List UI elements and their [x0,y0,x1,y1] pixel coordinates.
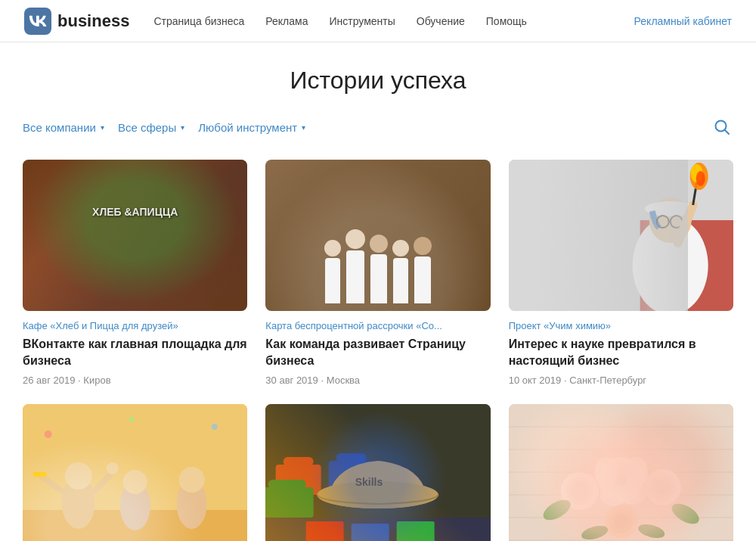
svg-point-30 [177,479,207,529]
body-5 [414,257,431,303]
filter-companies[interactable]: Все компании ▾ [23,117,118,138]
figure-4 [392,240,409,303]
svg-point-57 [614,473,627,487]
body-1 [325,258,340,303]
svg-point-9 [656,216,668,228]
card-3[interactable]: Проект «Учим химию» Интерес к науке прев… [509,160,733,386]
nav-item-page[interactable]: Страница бизнеса [153,15,244,27]
svg-point-56 [609,468,632,491]
figure-1 [324,240,341,303]
svg-rect-38 [265,487,314,518]
filters-bar: Все компании ▾ Все сферы ▾ Любой инструм… [23,116,733,138]
svg-point-71 [540,496,574,524]
page-title: Истории успеха [23,67,733,95]
svg-point-55 [604,463,637,496]
svg-rect-35 [284,457,314,466]
logo-area[interactable]: business [24,8,129,35]
figure-5 [414,237,432,303]
flowers-illustration [509,404,733,541]
filter-spheres-label: Все сферы [118,121,176,134]
card-4-image [23,404,247,541]
filter-spheres[interactable]: Все сферы ▾ [118,117,198,138]
svg-rect-32 [33,472,47,477]
card-1-tag: Кафе «Хлеб и Пицца для друзей» [23,320,247,331]
card-1-city: Киров [83,375,110,386]
body-4 [393,258,408,303]
nav-item-tools[interactable]: Инструменты [329,15,395,27]
card-2-separator: · [321,375,326,386]
card-3-date: 10 окт 2019 [509,375,562,386]
filter-tool[interactable]: Любой инструмент ▾ [198,117,319,138]
nav-item-ads[interactable]: Реклама [265,15,308,27]
svg-rect-45 [352,524,389,541]
svg-point-5 [632,216,708,311]
svg-rect-4 [640,220,733,311]
body-2 [346,250,364,303]
svg-rect-39 [268,480,306,489]
svg-point-72 [668,500,702,528]
svg-point-60 [600,483,627,506]
chevron-down-icon: ▾ [101,123,104,132]
card-2-tag: Карта беспроцентной рассрочки «Со... [265,320,490,331]
svg-rect-46 [397,521,435,541]
svg-rect-19 [23,510,247,541]
card-3-title: Интерес к науке превратился в настоящий … [509,336,733,368]
main-nav: Страница бизнеса Реклама Инструменты Обу… [153,15,732,27]
svg-point-20 [45,431,52,438]
svg-point-23 [62,476,95,529]
card-5[interactable]: Skills [265,404,490,541]
chevron-down-icon: ▾ [181,123,184,132]
svg-point-66 [649,474,675,500]
svg-rect-17 [23,404,247,541]
svg-rect-33 [265,404,490,541]
svg-line-2 [725,130,730,135]
svg-point-59 [624,457,647,487]
svg-point-41 [318,481,438,508]
svg-point-6 [649,197,691,243]
card-2[interactable]: Карта беспроцентной рассрочки «Со... Как… [265,160,490,386]
svg-point-68 [604,505,637,538]
nav-item-help[interactable]: Помощь [486,15,527,27]
svg-point-67 [654,479,671,496]
svg-point-63 [565,477,593,505]
card-2-date: 30 авг 2019 [265,375,318,386]
svg-point-16 [696,171,705,186]
card-2-meta: 30 авг 2019 · Москва [265,375,490,386]
svg-point-28 [120,482,150,530]
svg-point-24 [65,462,92,490]
caps-illustration: Skills [265,404,490,541]
card-5-image: Skills [265,404,490,541]
logo-text: business [57,11,129,31]
header: business Страница бизнеса Реклама Инстру… [0,0,756,42]
card-6-image [509,404,733,541]
svg-rect-8 [649,204,691,213]
card-3-city: Санкт-Петербург [569,375,646,386]
svg-point-65 [644,469,680,505]
nav-item-learning[interactable]: Обучение [417,15,465,27]
head-4 [392,240,409,257]
svg-point-31 [179,467,205,493]
kids-illustration [23,404,247,541]
body-3 [370,254,387,303]
nav-cta-button[interactable]: Рекламный кабинет [634,15,732,27]
svg-rect-43 [265,518,490,541]
svg-line-25 [41,476,62,491]
svg-line-26 [95,472,113,491]
svg-rect-44 [306,521,344,541]
chevron-down-icon: ▾ [302,123,305,132]
card-2-title: Как команда развивает Страницу бизнеса [265,336,490,368]
svg-point-64 [570,482,588,500]
figure-2 [345,229,365,303]
filter-tool-label: Любой инструмент [198,121,297,134]
cards-grid: Кафе «Хлеб и Пицца для друзей» ВКонтакте… [23,160,733,541]
card-1-date: 26 авг 2019 [23,375,75,386]
search-button[interactable] [711,116,733,138]
card-6[interactable] [509,404,733,541]
card-4[interactable] [23,404,247,541]
svg-point-40 [318,481,438,508]
svg-point-58 [594,457,617,487]
card-1[interactable]: Кафе «Хлеб и Пицца для друзей» ВКонтакте… [23,160,247,386]
svg-point-54 [598,457,643,502]
svg-point-69 [609,509,633,533]
card-3-image [509,160,733,311]
